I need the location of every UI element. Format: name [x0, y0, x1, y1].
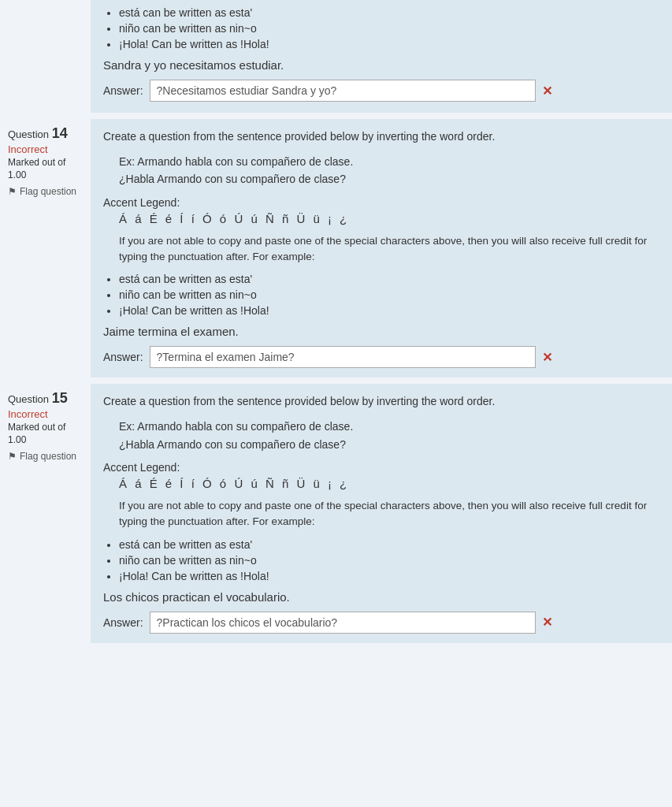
flag-icon: ⚑: [8, 451, 17, 462]
q15-status: Incorrect: [8, 408, 83, 420]
list-item: está can be written as esta': [119, 538, 659, 551]
q15-answer-row: Answer: ✕: [103, 612, 659, 634]
q15-block: Question 15 Incorrect Marked out of 1.00…: [0, 384, 672, 642]
q14-flag-label: Flag question: [20, 186, 76, 197]
q13-bullets: está can be written as esta' niño can be…: [119, 6, 659, 50]
list-item: ¡Hola! Can be written as !Hola!: [119, 38, 659, 50]
q15-marked: Marked out of 1.00: [8, 422, 83, 446]
q14-flag-button[interactable]: ⚑ Flag question: [8, 186, 83, 197]
page-wrapper: está can be written as esta' niño can be…: [0, 0, 672, 807]
q14-marked: Marked out of 1.00: [8, 157, 83, 181]
q14-accent-label: Accent Legend:: [103, 196, 659, 209]
q14-sidebar: Question 14 Incorrect Marked out of 1.00…: [0, 119, 91, 377]
list-item: niño can be written as nin~o: [119, 22, 659, 35]
q15-sidebar: Question 15 Incorrect Marked out of 1.00…: [0, 384, 91, 642]
q15-incorrect-icon: ✕: [542, 615, 552, 630]
q14-block: Question 14 Incorrect Marked out of 1.00…: [0, 119, 672, 377]
q13-answer-row: Answer: ✕: [103, 80, 659, 102]
list-item: ¡Hola! Can be written as !Hola!: [119, 570, 659, 582]
q14-example-line1: Ex: Armando habla con su compañero de cl…: [119, 153, 659, 170]
q14-accent-chars: Á á É é Í í Ó ó Ú ú Ñ ñ Ü ü ¡ ¿: [119, 212, 659, 225]
q13-answer-label: Answer:: [103, 84, 143, 97]
list-item: niño can be written as nin~o: [119, 554, 659, 567]
q15-accent-label: Accent Legend:: [103, 461, 659, 474]
list-item: niño can be written as nin~o: [119, 288, 659, 301]
q13-sidebar-empty: [0, 0, 91, 113]
q14-content: Create a question from the sentence prov…: [91, 119, 672, 377]
q13-content: está can be written as esta' niño can be…: [91, 0, 672, 113]
q15-bullets: está can be written as esta' niño can be…: [119, 538, 659, 582]
list-item: ¡Hola! Can be written as !Hola!: [119, 304, 659, 317]
q13-incorrect-icon: ✕: [542, 84, 552, 99]
q15-number: Question 15: [8, 390, 83, 407]
q14-sentence: Jaime termina el examen.: [103, 325, 659, 338]
q14-bullets: está can be written as esta' niño can be…: [119, 273, 659, 317]
q15-answer-label: Answer:: [103, 616, 143, 629]
q13-sentence: Sandra y yo necesitamos estudiar.: [103, 58, 659, 72]
list-item: está can be written as esta': [119, 6, 659, 19]
q15-answer-input[interactable]: [150, 612, 536, 634]
q15-accent-chars: Á á É é Í í Ó ó Ú ú Ñ ñ Ü ü ¡ ¿: [119, 477, 659, 490]
q14-status: Incorrect: [8, 143, 83, 155]
q15-flag-label: Flag question: [20, 451, 76, 462]
q13-partial: está can be written as esta' niño can be…: [0, 0, 672, 113]
q15-sentence: Los chicos practican el vocabulario.: [103, 590, 659, 604]
q14-instruction: Create a question from the sentence prov…: [103, 128, 659, 145]
q15-note: If you are not able to copy and paste on…: [119, 498, 659, 530]
q13-answer-input[interactable]: [150, 80, 536, 102]
q14-number: Question 14: [8, 125, 83, 142]
q14-answer-label: Answer:: [103, 351, 143, 363]
divider-1: [0, 113, 672, 119]
q14-example-line2: ¿Habla Armando con su compañero de clase…: [119, 170, 659, 188]
q15-instruction: Create a question from the sentence prov…: [103, 393, 659, 410]
q14-answer-input[interactable]: [150, 346, 536, 368]
q14-example: Ex: Armando habla con su compañero de cl…: [119, 153, 659, 188]
divider-2: [0, 377, 672, 384]
q15-example-line2: ¿Habla Armando con su compañero de clase…: [119, 436, 659, 453]
list-item: está can be written as esta': [119, 273, 659, 285]
q14-note: If you are not able to copy and paste on…: [119, 233, 659, 266]
q15-example: Ex: Armando habla con su compañero de cl…: [119, 418, 659, 453]
q15-example-line1: Ex: Armando habla con su compañero de cl…: [119, 418, 659, 435]
q14-incorrect-icon: ✕: [542, 350, 552, 365]
q14-answer-row: Answer: ✕: [103, 346, 659, 368]
q15-content: Create a question from the sentence prov…: [91, 384, 672, 642]
q15-flag-button[interactable]: ⚑ Flag question: [8, 451, 83, 462]
flag-icon: ⚑: [8, 186, 17, 197]
